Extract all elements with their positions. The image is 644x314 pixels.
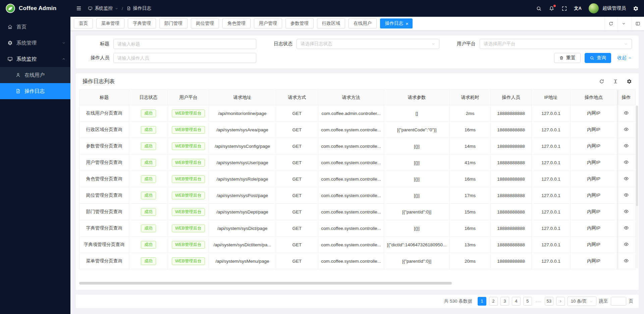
sidebar-submenu: 在线用户 操作日志	[0, 67, 70, 99]
tab-item[interactable]: 岗位管理	[191, 18, 219, 28]
refresh-table-button[interactable]	[599, 79, 604, 84]
cell-request-duration: 41ms	[450, 154, 491, 171]
filter-panel: 标题 日志状态 请选择日志状态 用户平台 请选择用户平台	[76, 36, 639, 68]
view-detail-button[interactable]	[617, 138, 636, 154]
view-detail-button[interactable]	[617, 187, 636, 204]
sidebar-item-system-monitor[interactable]: 系统监控	[0, 51, 70, 67]
cell-title: 用户管理分页查询	[79, 154, 129, 171]
view-detail-button[interactable]	[617, 204, 636, 220]
view-detail-button[interactable]	[617, 105, 636, 122]
title-input[interactable]	[113, 39, 256, 49]
tab-item[interactable]: 部门管理	[159, 18, 187, 28]
horizontal-scrollbar-thumb[interactable]	[79, 282, 452, 285]
eye-icon	[624, 225, 629, 231]
page-size-select[interactable]: 10 条/页	[568, 297, 596, 306]
sidebar-item-home[interactable]: 首页	[0, 19, 70, 35]
avatar[interactable]	[589, 3, 599, 13]
breadcrumb-item-operation-log[interactable]: 操作日志	[126, 5, 151, 11]
tab-label: 岗位管理	[196, 20, 214, 26]
column-header: 请求参数	[384, 90, 450, 105]
query-button[interactable]: 查询	[585, 53, 611, 63]
cell-location: 内网IP	[571, 122, 617, 138]
cell-request-url: /api/system/sysMenu/page	[209, 253, 276, 269]
search-button[interactable]	[536, 6, 542, 11]
app-logo[interactable]: Coffee Admin	[0, 0, 70, 17]
tab-item[interactable]: 字典管理	[128, 18, 156, 28]
status-select[interactable]: 请选择日志状态	[297, 39, 439, 49]
gear-icon	[627, 79, 632, 84]
reset-button[interactable]: 重置	[554, 53, 581, 63]
page-button-5[interactable]: 5	[523, 297, 532, 306]
fullscreen-button[interactable]	[561, 6, 567, 11]
chevron-down-icon	[624, 42, 628, 46]
operator-input[interactable]	[113, 53, 256, 63]
view-detail-button[interactable]	[617, 253, 636, 269]
page-button-4[interactable]: 4	[512, 297, 521, 306]
title-label: 标题	[83, 41, 109, 47]
status-label: 日志状态	[266, 41, 292, 47]
tab-item[interactable]: 角色管理	[222, 18, 251, 28]
cell-platform: WEB管理后台	[168, 187, 209, 204]
tab-item[interactable]: 操作日志×	[380, 18, 413, 28]
table-body: 在线用户分页查询成功WEB管理后台/api/monitor/online/pag…	[79, 105, 636, 269]
cell-request-duration: 14ms	[450, 138, 491, 154]
page-button-53[interactable]: 53	[545, 297, 553, 306]
view-detail-button[interactable]	[617, 154, 636, 171]
username[interactable]: 超级管理员	[602, 5, 626, 11]
table-row: 参数管理分页查询成功WEB管理后台/api/system/sysConfig/p…	[79, 138, 636, 154]
content-layout-button[interactable]	[631, 17, 644, 30]
table-row: 行政区域分页查询成功WEB管理后台/api/system/sysArea/pag…	[79, 122, 636, 138]
tab-item[interactable]: 行政区域	[317, 18, 345, 28]
page-ellipsis[interactable]: ···	[535, 299, 542, 304]
tab-item[interactable]: 用户管理	[254, 18, 282, 28]
tab-item[interactable]: 在线用户	[348, 18, 377, 28]
page-button-1[interactable]: 1	[478, 297, 486, 306]
tab-item[interactable]: 参数管理	[285, 18, 314, 28]
vertical-scrollbar[interactable]	[636, 106, 638, 268]
platform-tag: WEB管理后台	[172, 126, 205, 134]
view-detail-button[interactable]	[617, 220, 636, 237]
view-detail-button[interactable]	[617, 122, 636, 138]
sidebar-item-online-users[interactable]: 在线用户	[0, 67, 70, 83]
horizontal-scrollbar[interactable]	[79, 282, 635, 285]
cell-operator: 18888888888	[491, 204, 532, 220]
cell-request-url: /api/system/sysRole/page	[209, 171, 276, 187]
table-settings-button[interactable]	[627, 79, 632, 84]
cell-request-handler: com.coffee.admin.controller...	[318, 105, 384, 122]
jump-page-input[interactable]	[611, 297, 626, 306]
notifications-button[interactable]	[549, 6, 554, 11]
next-page-button[interactable]	[556, 297, 565, 306]
sidebar-item-operation-log[interactable]: 操作日志	[0, 83, 70, 99]
page-button-3[interactable]: 3	[500, 297, 509, 306]
tab-item[interactable]: 首页	[74, 18, 93, 28]
reset-button-label: 重置	[566, 55, 576, 61]
cell-platform: WEB管理后台	[168, 204, 209, 220]
cell-platform: WEB管理后台	[168, 171, 209, 187]
tab-item[interactable]: 菜单管理	[96, 18, 124, 28]
refresh-icon	[608, 21, 613, 26]
cell-ip-address: 127.0.0.1	[532, 138, 571, 154]
platform-select[interactable]: 请选择用户平台	[480, 39, 632, 49]
tabs-bar: 首页菜单管理字典管理部门管理岗位管理角色管理用户管理参数管理行政区域在线用户操作…	[70, 17, 644, 30]
language-button[interactable]: 文A	[574, 5, 582, 11]
breadcrumb-separator: /	[122, 6, 123, 11]
table-header-row: 标题日志状态用户平台请求地址请求方式请求方法请求参数请求耗时操作人员IP地址操作…	[79, 90, 636, 105]
collapse-sidebar-button[interactable]	[76, 5, 82, 11]
sidebar-item-system-management[interactable]: 系统管理	[0, 35, 70, 51]
eye-icon	[624, 258, 629, 263]
tab-close-icon[interactable]: ×	[406, 21, 409, 26]
cell-status: 成功	[129, 220, 168, 237]
collapse-filter-link[interactable]: 收起	[617, 55, 632, 61]
tab-label: 在线用户	[354, 20, 372, 26]
tab-options-button[interactable]	[617, 17, 630, 30]
cell-request-method: GET	[276, 220, 318, 237]
view-detail-button[interactable]	[617, 237, 636, 253]
cell-operator: 18888888888	[491, 237, 532, 253]
refresh-page-button[interactable]	[604, 17, 617, 30]
density-button[interactable]	[613, 79, 618, 84]
view-detail-button[interactable]	[617, 171, 636, 187]
breadcrumb-item-system-monitor[interactable]: 系统监控	[88, 5, 118, 11]
settings-button[interactable]	[633, 6, 639, 11]
eye-icon	[624, 176, 629, 181]
page-button-2[interactable]: 2	[489, 297, 498, 306]
